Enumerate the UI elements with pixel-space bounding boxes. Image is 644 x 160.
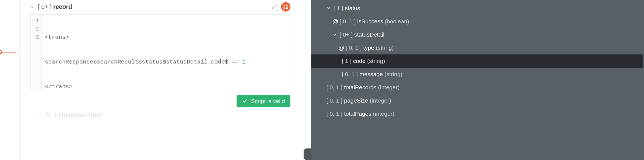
step-indicator-dot (0, 50, 2, 54)
record-block: [ 0+ ] record 1 (30, 0, 290, 107)
block-name: record (53, 3, 72, 10)
code-editor[interactable]: 1 2 3 <trans> searchResponse$searchResul… (30, 14, 290, 90)
tree-node-label: [ 0, 1 ] totalRecords (integer) (326, 84, 399, 91)
svg-rect-3 (286, 7, 288, 9)
block-title: [ 0+ ] record (38, 3, 72, 10)
tree-node-issuccess[interactable]: @ [ 0, 1 ] isSuccess (boolean) (311, 15, 644, 28)
chevron-down-icon[interactable] (326, 6, 331, 10)
block-header[interactable]: [ 0+ ] record (30, 2, 290, 12)
attribute-icon: @ (338, 44, 343, 51)
script-valid-badge: Script is valid (237, 95, 290, 107)
line-number-gutter: 1 2 3 (30, 15, 41, 90)
code-line: <trans> (45, 33, 246, 42)
line-number: 3 (30, 33, 39, 42)
tree-node-label: [ 0, 1 ] message (string) (342, 70, 402, 78)
attribute-icon: @ (332, 18, 337, 25)
flow-vertical-line (19, 0, 20, 160)
check-icon (242, 98, 248, 104)
tree-node-pagesize[interactable]: [ 0, 1 ] pageSize (integer) (311, 94, 644, 107)
schema-tree-panel: [ 1 ] status @ [ 0, 1 ] isSuccess (boole… (311, 0, 644, 160)
grid-action-icon[interactable] (281, 2, 290, 12)
tree-node-type[interactable]: @ [ 0, 1 ] type (string) (311, 41, 644, 54)
schema-tree: [ 1 ] status @ [ 0, 1 ] isSuccess (boole… (311, 2, 644, 120)
code-text-area[interactable]: <trans> searchResponse$searchResult$stat… (41, 15, 249, 90)
step-indicator-line (0, 52, 16, 53)
chevron-down-icon[interactable] (332, 32, 337, 37)
block-header-actions (271, 2, 290, 12)
status-text: Script is valid (251, 98, 285, 104)
tree-node-label: [ 0+ ] statusDetail (340, 31, 384, 38)
tree-node-status[interactable]: [ 1 ] status (311, 2, 644, 15)
tree-node-label: [ 0, 1 ] totalPages (integer) (326, 110, 395, 117)
tree-node-label: [ 1 ] status (334, 4, 360, 12)
svg-rect-1 (286, 5, 288, 6)
code-line: </trans> (45, 83, 246, 91)
panel-gap (299, 0, 311, 160)
tree-node-totalrecords[interactable]: [ 0, 1 ] totalRecords (integer) (311, 81, 644, 94)
tree-node-label: [ 0, 1 ] type (string) (346, 44, 394, 51)
next-block-header[interactable]: [ 0, 1 ] InventoryItem (36, 113, 290, 117)
panel-resizer-handle[interactable] (304, 148, 311, 160)
tree-node-label: [ 1 ] code (string) (342, 57, 385, 65)
editor-panel: [ 0+ ] record 1 (0, 0, 299, 160)
tree-node-totalpages[interactable]: [ 0, 1 ] totalPages (integer) (311, 107, 644, 120)
svg-rect-2 (284, 7, 285, 9)
svg-rect-0 (284, 5, 285, 6)
line-number: 2 (30, 25, 39, 33)
expand-icon[interactable] (271, 4, 277, 10)
line-number: 1 (30, 17, 39, 25)
tree-node-message[interactable]: [ 0, 1 ] message (string) (311, 68, 644, 81)
block-cardinality: [ 0+ ] (38, 3, 52, 10)
tree-node-label: [ 0, 1 ] pageSize (integer) (326, 97, 391, 104)
tree-node-code[interactable]: [ 1 ] code (string) (311, 54, 643, 68)
tree-node-statusdetail[interactable]: [ 0+ ] statusDetail (311, 28, 644, 41)
code-line: searchResponse$searchResult$status$statu… (45, 58, 246, 66)
next-block-title: [ 0, 1 ] InventoryItem (43, 113, 102, 117)
tree-node-label: [ 0, 1 ] isSuccess (boolean) (340, 18, 409, 25)
chevron-right-icon[interactable] (36, 113, 40, 117)
chevron-down-icon[interactable] (30, 5, 34, 9)
